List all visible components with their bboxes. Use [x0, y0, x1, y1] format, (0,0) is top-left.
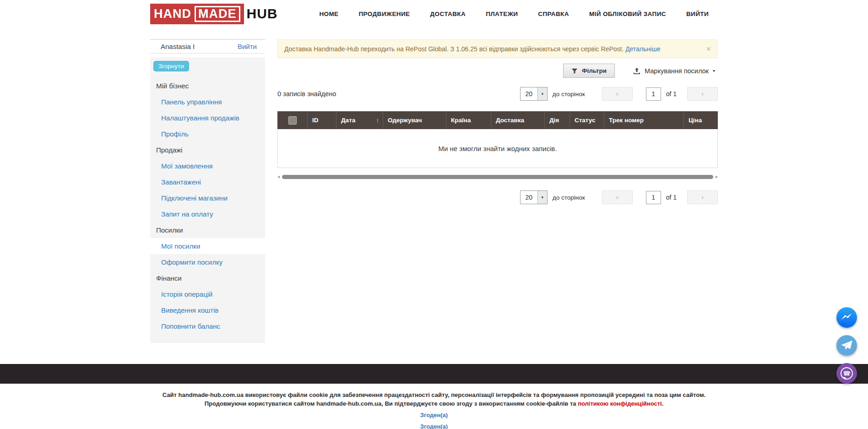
logo-part-hand: HAND	[154, 7, 191, 21]
parcels-table: ID Дата ↑ Одержувач Країна Доставка Дія …	[277, 111, 718, 168]
site-logo[interactable]: HAND MADE HUB	[150, 4, 278, 24]
telegram-icon[interactable]	[836, 335, 857, 356]
sidebar-item-top-up-balance[interactable]: Поповнити баланс	[150, 318, 265, 334]
nav-delivery[interactable]: ДОСТАВКА	[430, 11, 466, 17]
section-title: Мій бізнес	[150, 78, 265, 94]
scrollbar-thumb[interactable]	[282, 175, 713, 179]
chevron-right-icon: ›	[701, 193, 704, 202]
sidebar-item-payment-request[interactable]: Запит на оплату	[150, 206, 265, 222]
sidebar-item-my-orders[interactable]: Мої замовлення	[150, 158, 265, 174]
telegram-plane-icon	[836, 335, 857, 356]
sidebar-item-sales-settings[interactable]: Налаштування продажів	[150, 110, 265, 126]
sidebar-item-my-parcels[interactable]: Мої посилки	[150, 238, 265, 254]
sidebar-item-withdraw-funds[interactable]: Виведення коштів	[150, 302, 265, 318]
header-cell-country[interactable]: Країна	[446, 111, 491, 129]
page-number-input[interactable]	[646, 87, 661, 101]
per-page-label: до сторінок	[553, 194, 585, 201]
prev-page-button[interactable]: ‹	[602, 190, 633, 204]
sidebar-item-transactions-history[interactable]: Історія операцій	[150, 286, 265, 302]
viber-icon[interactable]: ☎	[836, 363, 857, 384]
parcel-labels-label: Маркування посилок	[645, 67, 709, 75]
cookie-line-2-suffix: .	[662, 400, 664, 407]
close-icon[interactable]: ×	[701, 44, 711, 53]
sidebar-section-finance: Фінанси Історія операцій Виведення кошті…	[150, 270, 265, 334]
scroll-right-icon[interactable]: ▸	[716, 174, 718, 179]
nav-home[interactable]: HOME	[319, 11, 338, 17]
pagination-bottom: 20 ▾ до сторінок ‹ of 1 ›	[520, 190, 718, 204]
privacy-policy-link[interactable]: політикою конфіденційності	[578, 400, 662, 407]
prev-page-button[interactable]: ‹	[602, 87, 633, 101]
upload-icon	[633, 67, 640, 75]
header-cell-status[interactable]: Статус	[570, 111, 604, 129]
cookie-line-2: Продовжуючи користуватися сайтом handmad…	[0, 399, 868, 408]
chevron-left-icon: ‹	[616, 89, 618, 98]
sort-asc-icon[interactable]: ↑	[376, 117, 380, 124]
page-size-value: 20	[521, 87, 537, 100]
select-all-checkbox[interactable]	[288, 116, 297, 125]
next-page-button[interactable]: ›	[687, 190, 718, 204]
sidebar-section-parcels: Посилки Мої посилки Оформити посилку	[150, 222, 265, 270]
header-cell-track-number[interactable]: Трек номер	[604, 111, 684, 129]
page-of-label: of 1	[666, 90, 677, 98]
filter-funnel-icon	[571, 68, 578, 74]
results-header: 0 записів знайдено 20 ▾ до сторінок ‹ of…	[277, 87, 718, 101]
nav-payments[interactable]: ПЛАТЕЖИ	[486, 11, 518, 17]
next-page-button[interactable]: ›	[687, 87, 718, 101]
cookie-line-1: Сайт handmade-hub.com.ua використовує фа…	[0, 391, 868, 399]
header-cell-action[interactable]: Дія	[544, 111, 570, 129]
agree-link[interactable]: Згоден(а)	[420, 423, 448, 429]
select-arrow: ▾	[537, 191, 547, 204]
sidebar-panel: Згорнути Мій бізнес Панель управління На…	[150, 57, 265, 343]
page-of-label: of 1	[666, 194, 677, 201]
pagination-bottom-row: 20 ▾ до сторінок ‹ of 1 ›	[277, 190, 718, 204]
page-size-select[interactable]: 20 ▾	[520, 87, 548, 101]
section-title: Продажі	[150, 142, 265, 158]
page-number-input[interactable]	[646, 191, 661, 204]
nav-logout[interactable]: ВИЙТИ	[686, 11, 709, 17]
user-bar: Anastasia I Вийти	[150, 39, 265, 54]
banner-details-link[interactable]: Детальніше	[625, 45, 660, 53]
social-buttons: ☎	[836, 307, 857, 384]
header-cell-select	[277, 111, 307, 129]
agree-link[interactable]: Згоден(а)	[420, 412, 448, 418]
username: Anastasia I	[161, 43, 195, 50]
sidebar-section-my-business: Мій бізнес Панель управління Налаштуванн…	[150, 78, 265, 142]
messenger-icon[interactable]	[836, 307, 857, 328]
chevron-right-icon: ›	[701, 89, 704, 98]
header-cell-delivery[interactable]: Доставка	[491, 111, 544, 129]
parcel-labels-dropdown[interactable]: Маркування посилок ▾	[633, 67, 715, 75]
messenger-bolt-icon	[836, 307, 857, 328]
header-cell-date[interactable]: Дата ↑	[336, 111, 383, 129]
logo-part-hub: HUB	[247, 6, 278, 22]
chevron-down-icon: ▾	[542, 92, 544, 96]
top-bar: HAND MADE HUB HOME ПРОДВИЖЕНИЕ ДОСТАВКА …	[150, 0, 718, 27]
banner-message: Доставка Handmade-Hub переходить на RePo…	[284, 45, 624, 53]
filters-label: Фільтри	[582, 67, 607, 74]
sidebar-item-create-parcel[interactable]: Оформити посилку	[150, 254, 265, 270]
sidebar-item-dashboard[interactable]: Панель управління	[150, 94, 265, 110]
header-cell-recipient[interactable]: Одержувач	[383, 111, 446, 129]
nav-promotion[interactable]: ПРОДВИЖЕНИЕ	[359, 11, 410, 17]
sidebar-item-uploaded[interactable]: Завантажені	[150, 174, 265, 190]
agree-row-2: Згоден(а)	[0, 422, 868, 429]
collapse-button[interactable]: Згорнути	[153, 61, 189, 71]
nav-help[interactable]: СПРАВКА	[538, 11, 569, 17]
phone-icon: ☎	[843, 370, 850, 376]
sidebar-item-connected-shops[interactable]: Підключені магазини	[150, 190, 265, 206]
records-count: 0 записів знайдено	[277, 90, 336, 98]
chevron-down-icon: ▾	[713, 68, 715, 73]
footer-dark-band	[0, 364, 868, 384]
nav-my-account[interactable]: МІЙ ОБЛІКОВИЙ ЗАПИС	[589, 11, 666, 17]
header-cell-id[interactable]: ID	[307, 111, 336, 129]
toolbar: Фільтри Маркування посилок ▾	[277, 64, 718, 78]
page-size-select[interactable]: 20 ▾	[520, 190, 548, 204]
logout-link[interactable]: Вийти	[238, 43, 257, 50]
empty-message: Ми не змогли знайти жодних записів.	[439, 145, 557, 152]
per-page-label: до сторінок	[553, 91, 585, 98]
logo-part-made: MADE	[195, 6, 240, 22]
cookie-line-2-text: Продовжуючи користуватися сайтом handmad…	[205, 400, 578, 407]
filters-button[interactable]: Фільтри	[563, 64, 615, 78]
sidebar-item-profile[interactable]: Профіль	[150, 126, 265, 142]
scroll-left-icon[interactable]: ◂	[277, 174, 280, 179]
header-cell-price[interactable]: Ціна	[684, 111, 717, 129]
